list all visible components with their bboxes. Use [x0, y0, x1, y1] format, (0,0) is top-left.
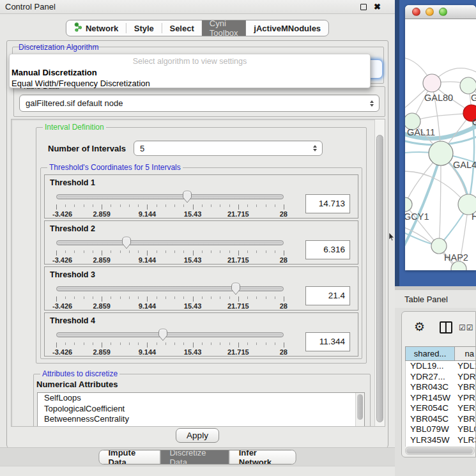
slider-scale-label: 28 [280, 348, 288, 356]
node-hap2[interactable] [431, 238, 447, 254]
slider-scale-label: 28 [280, 210, 288, 218]
slider-ticks [56, 342, 284, 348]
apply-button[interactable]: Apply [176, 428, 219, 443]
node-gcy1[interactable] [405, 197, 412, 211]
number-of-intervals-label: Number of Intervals [48, 144, 126, 153]
combo-arrows-icon [370, 100, 374, 107]
gear-icon[interactable]: ⚙ [414, 319, 425, 334]
thresholds-list: Threshold 1-3.4262.8599.14415.4321.71528… [44, 174, 358, 358]
table-row[interactable]: YDL19...YDL1 [406, 361, 475, 372]
table-row[interactable]: YDR27...YDR2 [406, 372, 475, 383]
thresholds-group-label: Threshold's Coordinates for 5 Intervals [47, 163, 183, 172]
slider-handle[interactable] [158, 328, 168, 341]
cell-shared-name: YPR145W [406, 393, 455, 404]
slider-track[interactable] [56, 240, 284, 245]
tab-style[interactable]: Style [127, 20, 162, 36]
table-row[interactable]: YER054CYER0 [406, 403, 475, 414]
dropdown-option-manual[interactable]: Manual Discretization [10, 66, 370, 77]
list-scrollbar[interactable] [355, 393, 364, 426]
threshold-slider[interactable]: -3.4262.8599.14415.4321.71528 [56, 282, 284, 309]
table-row[interactable]: YBR045CYBR0 [406, 414, 475, 425]
zoom-traffic-light-icon[interactable] [439, 8, 447, 16]
table-panel-toolbar: ⚙ ☑☑ [402, 312, 475, 342]
tab-cyni-toolbox[interactable]: Cyni Toolbox [202, 20, 247, 36]
slider-ticks [56, 204, 284, 210]
threshold-value-field[interactable]: 6.316 [305, 240, 350, 259]
threshold-value-field[interactable]: 14.713 [305, 194, 350, 213]
node-label: HAP2 [444, 252, 468, 263]
attributes-group-label: Attributes to discretize [40, 369, 119, 378]
attribute-item[interactable]: TopologicalCoefficient [38, 404, 364, 415]
table-row[interactable]: YBR043CYBR0 [406, 382, 475, 393]
slider-ticks [56, 250, 284, 256]
panel-vertical-scrollbar[interactable] [374, 119, 385, 426]
table-data-combobox[interactable]: galFiltered.sif default node [19, 95, 380, 112]
node-top-right[interactable] [460, 77, 476, 94]
node-label: GAL11 [407, 127, 435, 137]
minimize-traffic-light-icon[interactable] [426, 8, 434, 16]
slider-track[interactable] [56, 332, 284, 337]
threshold-slider[interactable]: -3.4262.8599.14415.4321.71528 [56, 328, 284, 355]
node-label: GAL80 [424, 93, 453, 103]
threshold-label: Threshold 3 [50, 270, 353, 279]
slider-scale-label: -3.426 [52, 256, 72, 264]
threshold-slider[interactable]: -3.4262.8599.14415.4321.71528 [56, 236, 284, 263]
slider-track[interactable] [56, 286, 284, 291]
table-row[interactable]: YBL079WYBL0 [406, 424, 475, 435]
tab-label: Network [86, 24, 118, 33]
slider-handle[interactable] [231, 282, 241, 295]
cell-name: YBL0 [455, 424, 475, 435]
dropdown-option-equal-width[interactable]: Equal Width/Frequency Discretization [10, 77, 370, 88]
interval-definition-group: Interval Definition Number of Intervals … [36, 127, 367, 364]
attribute-item[interactable]: BetweennessCentrality [38, 414, 364, 425]
slider-scale-label: 2.859 [93, 302, 111, 310]
threshold-value-field[interactable]: 11.344 [305, 332, 350, 351]
select-columns-icon[interactable]: ☑☑ [459, 323, 474, 332]
cell-shared-name: YBL079W [406, 424, 455, 435]
attribute-item[interactable]: SelfLoops [38, 393, 364, 404]
slider-handle[interactable] [121, 236, 132, 249]
threshold-value-field[interactable]: 21.4 [305, 286, 350, 305]
slider-track[interactable] [56, 194, 284, 199]
tab-jactivemnodules[interactable]: jActiveMNodules [246, 20, 328, 36]
table-row[interactable]: YLR345WYLR3 [406, 435, 475, 446]
node-gal4[interactable] [429, 141, 453, 165]
combo-arrows-icon [313, 145, 317, 151]
numerical-attributes-list[interactable]: SelfLoopsTopologicalCoefficientBetweenne… [37, 392, 365, 427]
interval-definition-label: Interval Definition [43, 123, 106, 132]
cell-shared-name: YBR045C [406, 414, 455, 425]
column-header-shared-name[interactable]: shared... [406, 347, 455, 360]
slider-scale-label: 2.859 [93, 256, 111, 264]
network-icon [74, 22, 82, 34]
slider-scale-label: 15.43 [184, 256, 202, 264]
node-gal80[interactable] [423, 74, 441, 92]
table-horizontal-scrollbar[interactable] [405, 447, 475, 455]
network-view-window[interactable]: GAL80 GA C GAL11 GAL4 GCY1 H HAP2 [405, 5, 476, 270]
bottom-tab-discretize-data[interactable]: Discretize Data [160, 450, 229, 464]
close-icon[interactable]: ✖ [374, 4, 381, 10]
node-label: GA [471, 93, 476, 103]
threshold-panel-1: Threshold 1-3.4262.8599.14415.4321.71528… [44, 174, 358, 219]
slider-handle[interactable] [182, 190, 192, 203]
table-panel-title: Table Panel [395, 295, 448, 304]
float-window-icon[interactable] [360, 4, 367, 10]
network-graph[interactable]: GAL80 GA C GAL11 GAL4 GCY1 H HAP2 [405, 19, 476, 270]
columns-icon[interactable] [440, 321, 452, 334]
close-traffic-light-icon[interactable] [412, 8, 420, 16]
threshold-label: Threshold 2 [50, 224, 353, 233]
bottom-tab-impute-data[interactable]: Impute Data [100, 450, 160, 464]
tab-network[interactable]: Network [66, 20, 126, 36]
node-label: GCY1 [405, 211, 429, 222]
bottom-tab-infer-network[interactable]: Infer Network [229, 450, 296, 464]
column-header-name[interactable]: na [455, 347, 475, 360]
tab-select[interactable]: Select [162, 20, 201, 36]
tab-label: jActiveMNodules [254, 24, 321, 33]
table-data-value: galFiltered.sif default node [20, 98, 123, 108]
bottom-tab-bar: Impute DataDiscretize DataInfer Network [99, 450, 296, 464]
threshold-label: Threshold 1 [50, 178, 353, 187]
table-row[interactable]: YPR145WYPR1 [406, 393, 475, 404]
number-of-intervals-combobox[interactable]: 5 [134, 141, 323, 156]
slider-scale-label: 9.144 [139, 302, 157, 310]
slider-scale-label: 2.859 [93, 348, 111, 356]
threshold-slider[interactable]: -3.4262.8599.14415.4321.71528 [56, 190, 284, 217]
